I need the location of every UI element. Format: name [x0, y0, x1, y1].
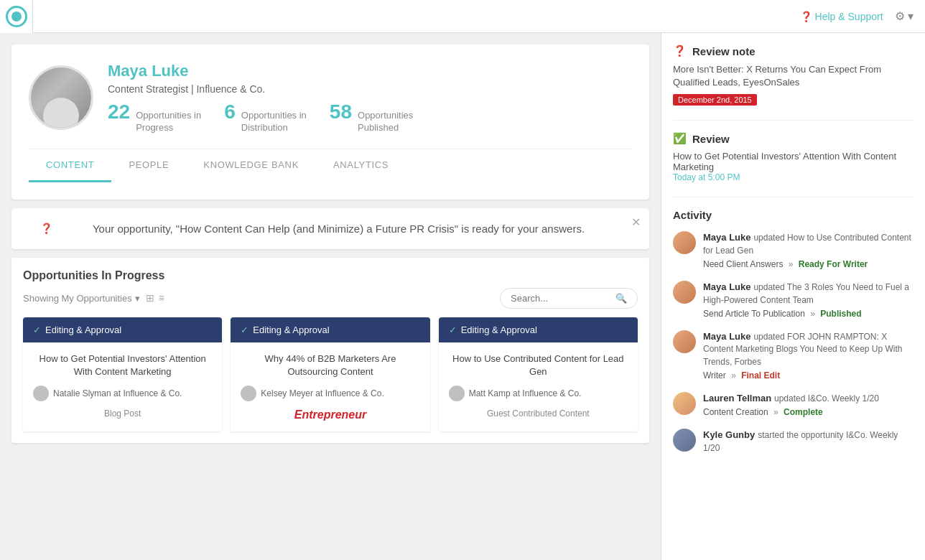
review-note-text: More Isn't Better: X Returns You Can Exp… [673, 63, 914, 89]
notification-banner: ❓ Your opportunity, "How Content Can Hel… [11, 208, 649, 249]
question-circle-icon: ❓ [800, 11, 812, 22]
activity-item: Maya Luke updated How to Use Contributed… [673, 231, 914, 269]
filter-dropdown-icon: ▾ [135, 293, 140, 304]
search-input[interactable] [511, 293, 611, 304]
card-author-avatar [241, 386, 256, 401]
search-box: 🔍 [500, 288, 638, 309]
profile-name: Maya Luke [108, 62, 413, 80]
activity-section: Activity Maya Luke updated How to Use Co… [673, 197, 914, 454]
activity-user-name: Maya Luke [703, 331, 750, 342]
topbar-right: ❓ Help & Support ⚙ ▾ [800, 9, 914, 23]
review-note-title: Review note [692, 45, 756, 57]
review-note-icon: ❓ [673, 45, 687, 57]
activity-item: Kyle Gunby started the opportunity I&Co.… [673, 429, 914, 454]
card-title: Why 44% of B2B Marketers Are Outsourcing… [241, 353, 419, 378]
avatar [29, 65, 93, 130]
stat-number: 6 [224, 101, 236, 123]
stat-item: 58OpportunitiesPublished [330, 101, 413, 134]
activity-user-name: Maya Luke [703, 281, 750, 292]
checkmark-icon: ✓ [449, 325, 457, 335]
card-author: Matt Kamp at Influence & Co. [449, 386, 628, 401]
notification-close-button[interactable]: ✕ [631, 215, 641, 229]
activity-avatar [673, 281, 696, 304]
card-header-bar: ✓ Editing & Approval [231, 317, 429, 342]
card-tag: Blog Post [33, 409, 212, 419]
activity-flow: Need Client Answers » Ready For Writer [703, 259, 914, 269]
notification-icon: ❓ [40, 223, 52, 234]
activity-to: Complete [784, 407, 823, 417]
card-author-name: Natalie Slyman at Influence & Co. [53, 388, 182, 398]
stat-label: Opportunities inDistribution [241, 110, 307, 134]
review-checkmark-icon: ✅ [673, 132, 687, 145]
list-view-button[interactable]: ≡ [159, 292, 164, 304]
opportunity-card[interactable]: ✓ Editing & Approval How to Use Contribu… [439, 317, 638, 431]
activity-user-name: Kyle Gunby [703, 429, 755, 440]
card-header-bar: ✓ Editing & Approval [439, 317, 638, 342]
activity-content: Lauren Tellman updated I&Co. Weekly 1/20… [703, 392, 914, 417]
opportunities-section: Opportunities In Progress Showing My Opp… [11, 258, 649, 443]
opportunities-title: Opportunities In Progress [23, 269, 164, 282]
review-note-date: December 2nd, 2015 [673, 94, 757, 106]
showing-filter-dropdown[interactable]: Showing My Opportunities ▾ [23, 293, 140, 304]
help-support-label: Help & Support [815, 11, 883, 22]
activity-flow: Writer » Final Edit [703, 370, 914, 381]
tab-people[interactable]: PEOPLE [111, 149, 186, 182]
review-note-title-row: ❓ Review note [673, 45, 914, 57]
activity-flow: Send Article To Publication » Published [703, 309, 914, 319]
card-author-avatar [449, 386, 465, 401]
card-author: Kelsey Meyer at Influence & Co. [241, 386, 419, 401]
card-header-bar: ✓ Editing & Approval [23, 317, 222, 342]
activity-content: Maya Luke updated How to Use Contributed… [703, 231, 914, 269]
tab-knowledge_bank[interactable]: KNOWLEDGE BANK [186, 149, 316, 182]
settings-gear-button[interactable]: ⚙ ▾ [895, 9, 914, 23]
activity-avatar [673, 392, 696, 415]
card-body: How to Get Potential Investors' Attentio… [23, 342, 222, 429]
card-author-name: Kelsey Meyer at Influence & Co. [261, 388, 384, 398]
profile-title: Content Strategist | Influence & Co. [108, 83, 413, 95]
opportunity-card[interactable]: ✓ Editing & Approval How to Get Potentia… [23, 317, 222, 431]
help-support-link[interactable]: ❓ Help & Support [800, 11, 883, 22]
stats-row: 22Opportunities inProgress6Opportunities… [108, 95, 413, 134]
activity-content: Maya Luke updated The 3 Roles You Need t… [703, 281, 914, 319]
activity-to: Ready For Writer [799, 259, 868, 269]
grid-view-button[interactable]: ⊞ [146, 292, 154, 304]
left-panel: Maya Luke Content Strategist | Influence… [0, 33, 661, 560]
opportunity-card[interactable]: ✓ Editing & Approval Why 44% of B2B Mark… [231, 317, 429, 431]
activity-title: Activity [673, 209, 914, 221]
tab-content[interactable]: CONTENT [29, 149, 111, 182]
activity-item: Lauren Tellman updated I&Co. Weekly 1/20… [673, 392, 914, 417]
review-note-section: ❓ Review note More Isn't Better: X Retur… [673, 45, 914, 106]
review-sub-text: How to Get Potential Investors' Attentio… [673, 151, 914, 172]
card-publication-logo: Entrepreneur [241, 409, 419, 421]
activity-description: updated I&Co. Weekly 1/20 [774, 393, 879, 403]
card-tag: Guest Contributed Content [449, 409, 628, 419]
opportunity-cards-row: ✓ Editing & Approval How to Get Potentia… [23, 317, 638, 431]
main-layout: Maya Luke Content Strategist | Influence… [0, 33, 925, 560]
opportunities-controls-row: Showing My Opportunities ▾ ⊞ ≡ 🔍 [23, 288, 638, 309]
stat-number: 22 [108, 101, 130, 123]
activity-item: Maya Luke updated FOR JOHN RAMPTON: X Co… [673, 330, 914, 381]
activity-from: Send Article To Publication [703, 309, 805, 319]
card-body: How to Use Contributed Content for Lead … [439, 342, 638, 429]
activity-to: Published [820, 309, 861, 319]
profile-header: Maya Luke Content Strategist | Influence… [29, 62, 632, 134]
opportunities-header: Opportunities In Progress [23, 269, 638, 282]
stat-label: Opportunities inProgress [136, 110, 201, 134]
notification-text: Your opportunity, "How Content Can Help … [57, 223, 620, 235]
activity-content: Kyle Gunby started the opportunity I&Co.… [703, 429, 914, 454]
review-section: ✅ Review How to Get Potential Investors'… [673, 120, 914, 182]
activity-list: Maya Luke updated How to Use Contributed… [673, 231, 914, 454]
activity-from: Writer [703, 370, 726, 381]
gear-icon: ⚙ [895, 10, 905, 22]
right-panel: ❓ Review note More Isn't Better: X Retur… [661, 33, 925, 560]
activity-item: Maya Luke updated The 3 Roles You Need t… [673, 281, 914, 319]
profile-info: Maya Luke Content Strategist | Influence… [108, 62, 413, 134]
tab-analytics[interactable]: ANALYTICS [316, 149, 406, 182]
review-time: Today at 5:00 PM [673, 172, 914, 182]
stat-item: 6Opportunities inDistribution [224, 101, 307, 134]
checkmark-icon: ✓ [33, 325, 41, 335]
activity-to: Final Edit [741, 370, 780, 381]
view-toggle: ⊞ ≡ [146, 292, 164, 304]
search-icon: 🔍 [615, 293, 627, 304]
card-author: Natalie Slyman at Influence & Co. [33, 386, 212, 401]
